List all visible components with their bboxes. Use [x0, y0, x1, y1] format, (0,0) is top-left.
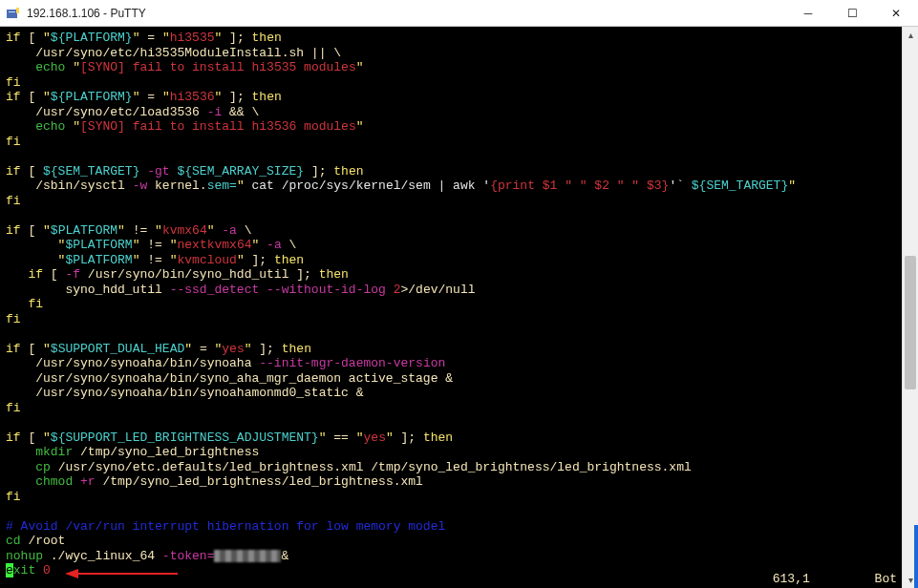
scroll-up-arrow-icon[interactable]: ▴	[903, 27, 918, 43]
svg-rect-1	[9, 11, 15, 12]
minimize-button[interactable]: ─	[786, 0, 830, 27]
window-accent	[914, 525, 918, 588]
terminal-container: if [ "${PLATFORM}" = "hi3535" ]; then /u…	[0, 27, 918, 588]
vertical-scrollbar[interactable]: ▴ ▾	[902, 27, 918, 588]
cursor-position: 613,1	[773, 572, 810, 586]
scroll-indicator: Bot	[875, 572, 897, 586]
comment-line: # Avoid /var/run interrupt hibernation f…	[6, 519, 445, 534]
close-button[interactable]: ✕	[874, 0, 918, 27]
vim-status-line: 613,1 Bot	[773, 572, 897, 586]
terminal-output[interactable]: if [ "${PLATFORM}" = "hi3535" ]; then /u…	[0, 27, 902, 588]
svg-rect-2	[16, 8, 19, 13]
kw-if: if	[6, 31, 21, 45]
window-titlebar: 192.168.1.106 - PuTTY ─ ☐ ✕	[0, 0, 918, 27]
putty-icon	[6, 6, 21, 21]
cursor: e	[6, 563, 13, 578]
svg-rect-0	[7, 10, 17, 18]
redacted-token	[214, 550, 281, 562]
scroll-thumb[interactable]	[905, 256, 916, 389]
maximize-button[interactable]: ☐	[830, 0, 874, 27]
window-title: 192.168.1.106 - PuTTY	[27, 7, 786, 20]
